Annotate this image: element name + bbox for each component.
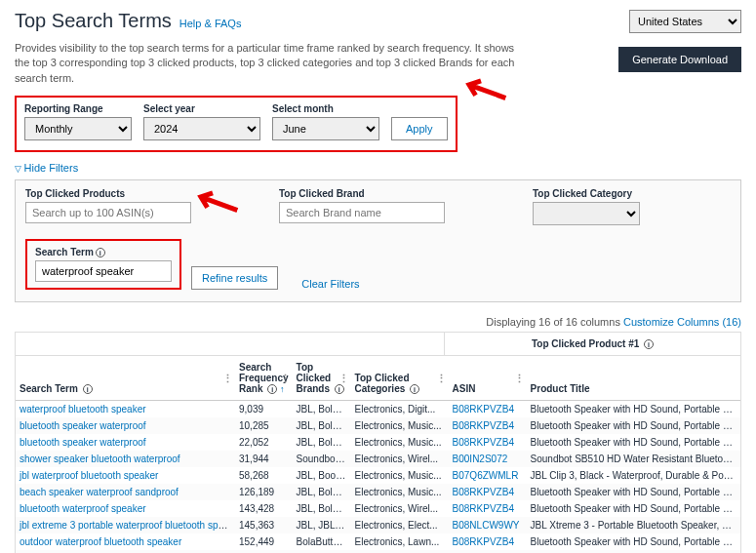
apply-button[interactable]: Apply [391,117,448,140]
table-row: bluetooth waterproof speaker143,428JBL, … [16,500,740,517]
brands-cell: JBL, BolaBut... [293,417,351,434]
search-term-link[interactable]: waterproof bluetooth speaker [20,404,146,415]
clear-filters-link[interactable]: Clear Filters [301,278,359,290]
search-term-link[interactable]: bluetooth speaker waterproof [20,437,146,448]
product-title-cell: Bluetooth Speaker with HD Sound, Portabl… [527,500,740,517]
search-term-label: Search Termi [35,247,172,257]
brands-cell: JBL, Boomph... [293,467,351,484]
subtitle: Provides visibility to the top search te… [15,41,532,86]
year-select[interactable]: 2024 [143,117,260,140]
rank-cell: 10,285 [235,417,293,434]
refine-results-button[interactable]: Refine results [191,266,278,290]
asin-link[interactable]: B00IN2S072 [453,454,508,464]
top-category-label: Top Clicked Category [533,188,640,199]
table-row: waterproof bluetooth speaker9,039JBL, Bo… [16,401,740,418]
column-menu-icon[interactable]: ⋮ [514,372,525,384]
table-row: jbl waterproof bluetooth speaker58,268JB… [16,467,740,484]
product-title-cell: JBL Clip 3, Black - Waterproof, Durable … [527,467,740,484]
col-rank[interactable]: Search Frequency Rank i ↑⋮ [235,356,293,401]
reporting-range-select[interactable]: Monthly [24,117,132,140]
brands-cell: JBL, BolaBut... [293,434,351,451]
search-term-link[interactable]: outdoor waterproof bluetooth speaker [20,536,181,547]
group-header-product1: Top Clicked Product #1 [532,338,639,349]
rank-cell: 143,428 [235,500,293,517]
info-icon[interactable]: i [335,384,344,394]
columns-info: Displaying 16 of 16 columns Customize Co… [15,316,741,328]
asin-link[interactable]: B07Q6ZWMLR [453,470,519,481]
year-label: Select year [143,103,260,114]
asin-link[interactable]: B08RKPVZB4 [453,437,514,448]
categories-cell: Electronics, Music... [351,434,449,451]
hide-filters-toggle[interactable]: Hide Filters [15,162,78,174]
reporting-range-highlight: Reporting Range Monthly Select year 2024… [15,96,458,152]
search-term-link[interactable]: shower speaker bluetooth waterproof [20,454,180,464]
column-menu-icon[interactable]: ⋮ [280,372,291,384]
asin-link[interactable]: B08RKPVZB4 [453,487,514,497]
table-row: shower speaker bluetooth waterproof31,94… [16,451,740,467]
brands-cell: JBL, BolaBut... [293,401,351,418]
asin-link[interactable]: B08RKPVZB4 [453,404,514,415]
categories-cell: Electronics, Music... [351,467,449,484]
results-table: Top Clicked Product #1 i Search Term i⋮ … [15,332,741,553]
country-select[interactable]: United States [629,10,741,33]
asin-link[interactable]: B08RKPVZB4 [453,536,514,547]
categories-cell: Electronics, Elect... [351,517,449,533]
column-menu-icon[interactable]: ⋮ [338,372,349,384]
product-title-cell: Bluetooth Speaker with HD Sound, Portabl… [527,533,740,550]
brands-cell: JBL, BolaBut... [293,484,351,500]
search-term-link[interactable]: jbl waterproof bluetooth speaker [20,470,158,481]
column-menu-icon[interactable]: ⋮ [222,372,233,384]
product-title-cell: Soundbot SB510 HD Water Resistant Blueto… [527,451,740,467]
asin-link[interactable]: B08NLCW9WY [453,520,520,531]
categories-cell: Electronics, Lawn... [351,533,449,550]
product-title-cell: Bluetooth Speaker with HD Sound, Portabl… [527,434,740,451]
rank-cell: 22,052 [235,434,293,451]
table-row: beach speaker waterproof sandproof126,18… [16,484,740,500]
info-icon[interactable]: i [410,384,419,394]
search-term-link[interactable]: bluetooth speaker waterproof [20,420,146,431]
col-categories[interactable]: Top Clicked Categories i⋮ [351,356,449,401]
column-menu-icon[interactable]: ⋮ [436,372,447,384]
product-title-cell: Bluetooth Speaker with HD Sound, Portabl… [527,484,740,500]
info-icon[interactable]: i [96,248,105,257]
info-icon[interactable]: i [267,384,277,394]
top-products-label: Top Clicked Products [25,188,191,199]
search-term-highlight: Search Termi [25,239,181,290]
page-title: Top Search Terms [15,10,172,32]
top-brand-input[interactable] [279,202,445,223]
brands-cell: JBL, BolaBut... [293,500,351,517]
col-search-term[interactable]: Search Term i⋮ [16,356,235,401]
top-category-select[interactable] [533,202,640,225]
col-product-title[interactable]: Product Title [527,356,740,401]
search-term-link[interactable]: jbl extreme 3 portable waterproof blueto… [20,520,235,531]
brands-cell: BolaButty, J... [293,533,351,550]
table-row: bluetooth speaker waterproof10,285JBL, B… [16,417,740,434]
customize-columns-link[interactable]: Customize Columns (16) [623,316,741,328]
table-row: outdoor waterproof bluetooth speaker152,… [16,533,740,550]
asin-link[interactable]: B08RKPVZB4 [453,503,514,514]
rank-cell: 126,189 [235,484,293,500]
search-term-link[interactable]: bluetooth waterproof speaker [20,503,146,514]
brands-cell: JBL, JBL BAG... [293,517,351,533]
brands-cell: Soundbot, J... [293,451,351,467]
product-title-cell: Bluetooth Speaker with HD Sound, Portabl… [527,401,740,418]
search-term-input[interactable] [35,260,172,282]
rank-cell: 152,449 [235,533,293,550]
help-link[interactable]: Help & FAQs [179,18,242,29]
asin-link[interactable]: B08RKPVZB4 [453,420,514,431]
col-asin[interactable]: ASIN⋮ [449,356,527,401]
sort-asc-icon[interactable]: ↑ [280,384,285,394]
search-term-link[interactable]: beach speaker waterproof sandproof [20,487,179,497]
table-row: jbl extreme 3 portable waterproof blueto… [16,517,740,533]
generate-download-button[interactable]: Generate Download [618,47,741,72]
categories-cell: Electronics, Music... [351,484,449,500]
rank-cell: 9,039 [235,401,293,418]
product-title-cell: JBL Xtreme 3 - Portable Bluetooth Speake… [527,517,740,533]
info-icon[interactable]: i [83,384,93,394]
top-products-input[interactable] [25,202,191,223]
product-title-cell: Bluetooth Speaker with HD Sound, Portabl… [527,417,740,434]
col-brands[interactable]: Top Clicked Brands i⋮ [293,356,351,401]
info-icon[interactable]: i [644,339,654,349]
month-select[interactable]: June [272,117,379,140]
categories-cell: Electronics, Wirel... [351,500,449,517]
